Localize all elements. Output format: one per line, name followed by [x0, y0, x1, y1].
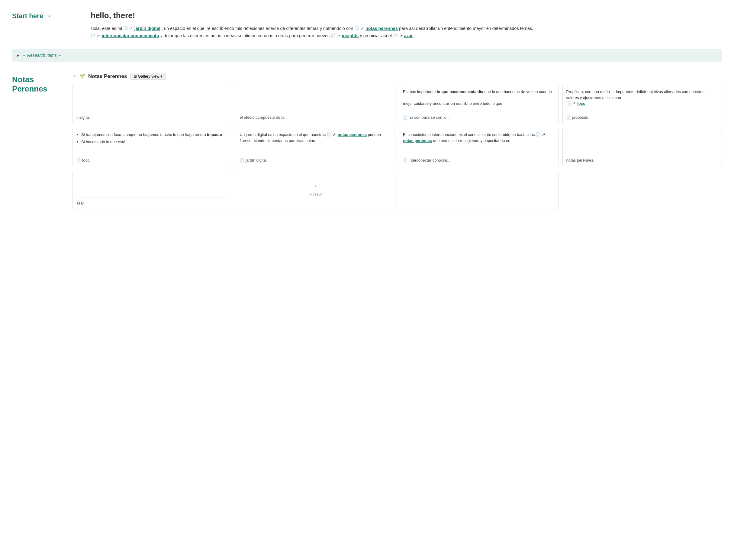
page-icon-interconectar: 📄 ↗	[536, 132, 545, 138]
new-label: + New	[310, 191, 322, 198]
text-static-3: mejor cuidarse y encontrar un equilibrio…	[403, 101, 502, 106]
notas-perennes-link-3[interactable]: notas perennes	[403, 138, 432, 143]
intro-text-3: para así desarrollar un entendimiento ma…	[399, 26, 533, 31]
intro-text-5: y propiciar así el	[360, 33, 392, 38]
card-proposito-content: Propósito, con una razón → importante de…	[566, 89, 718, 107]
intro-text-4: y dejar que las diferentes notas a ideas…	[160, 33, 330, 38]
toggle-icon[interactable]: ▶	[17, 53, 19, 58]
card-no-compararse-title: no compararse con lo...	[409, 114, 450, 121]
intro-paragraph: Hola, este es mi 📄 ↗ jardín digital , un…	[91, 25, 533, 40]
foco-bullet-1: Si trabajamos con foco, aunque no hagamo…	[81, 132, 228, 138]
card-no-compararse-content: Es más importante lo que hacemos cada dí…	[403, 89, 555, 107]
card-foco-title: foco	[82, 157, 90, 163]
notas-header-title: Notas Perennes	[88, 72, 127, 80]
proposito-text: Propósito, con una razón → importante de…	[566, 89, 704, 100]
page-icon-no-compararse: 📄	[403, 115, 407, 120]
card-efecto-footer: el efecto compuesto de la...	[240, 112, 392, 121]
intro-text-1: Hola, este es mi	[91, 26, 122, 31]
page-icon-1: 📄 ↗	[123, 25, 133, 32]
card-notas-perennes-footer: notas perennes...	[566, 155, 718, 163]
card-jardin-digital-title: jardín digital	[246, 157, 267, 163]
notas-perennes-link-2[interactable]: notas perennes	[338, 132, 367, 137]
page-icon-5: 📄 ↗	[393, 33, 402, 39]
research-section: ▶ → Research Items ←	[12, 49, 722, 62]
card-proposito-footer: 📄 propósito	[566, 112, 718, 121]
card-foco-content: Si trabajamos con foco, aunque no hagamo…	[76, 132, 228, 150]
card-notas-perennes-content	[566, 132, 718, 150]
card-insights-content	[76, 89, 228, 107]
notas-header-arrow[interactable]: ↗	[72, 73, 76, 79]
card-notas-perennes[interactable]: notas perennes...	[562, 128, 722, 167]
card-insights-title: insights	[76, 114, 90, 121]
plus-icon: +	[314, 183, 317, 189]
card-azar[interactable]: azar	[72, 171, 232, 210]
notas-section: Notas Perennes ↗ 🌱 Notas Perennes ⊞ Gall…	[12, 72, 722, 210]
card-jardin-digital-content: Un jardín digital es un espacio en el qu…	[240, 132, 392, 150]
page-icon-jardin-footer: 📄	[240, 158, 244, 163]
card-insights[interactable]: insights	[72, 85, 232, 124]
card-foco[interactable]: Si trabajamos con foco, aunque no hagamo…	[72, 128, 232, 167]
card-azar-footer: azar	[76, 198, 228, 206]
foco-link-proposito[interactable]: foco	[577, 101, 585, 106]
intro-text-2: , un espacio en el que iré escribiendo m…	[162, 26, 353, 31]
cards-grid: insights el efecto compuesto de la... Es…	[72, 85, 722, 210]
azar-link[interactable]: azar	[404, 33, 413, 38]
insights-link[interactable]: insights	[342, 33, 359, 38]
interconectar-text-2: que hemos ido recogiendo y depositando e…	[433, 138, 510, 143]
card-jardin-digital-footer: 📄 jardín digital	[240, 155, 392, 163]
card-interconectar-content: El conocimiento interconectado es el con…	[403, 132, 555, 150]
interconectar-text-1: El conocimiento interconectado es el con…	[403, 132, 536, 137]
page-icon-jardin: 📄 ↗	[327, 132, 336, 138]
interconectar-link[interactable]: interconectar conocimiento	[102, 33, 159, 38]
card-efecto-title: el efecto compuesto de la...	[240, 114, 288, 121]
jardin-digital-link[interactable]: jardín digital	[134, 26, 160, 31]
gallery-view-button[interactable]: ⊞ Gallery view ▾	[130, 73, 166, 80]
card-interconectar-title: interconectar conocim...	[409, 157, 450, 163]
research-items-link[interactable]: → Research Items ←	[22, 52, 62, 59]
text-static: Es más importante	[403, 89, 437, 94]
card-new[interactable]: + + New	[236, 171, 396, 210]
card-proposito-title: propósito	[572, 114, 588, 121]
foco-bullet-2: Si haces todo lo que está	[81, 139, 228, 145]
jardin-text-1: Un jardín digital es un espacio en el qu…	[240, 132, 327, 137]
page-icon-proposito-footer: 📄	[566, 115, 571, 120]
page-icon-foco: 📄	[76, 158, 81, 163]
plant-icon: 🌱	[79, 73, 85, 80]
card-azar-title: azar	[76, 200, 84, 206]
card-no-compararse[interactable]: Es más importante lo que hacemos cada dí…	[399, 85, 559, 124]
card-jardin-digital[interactable]: Un jardín digital es un espacio en el qu…	[236, 128, 396, 167]
card-notas-perennes-title: notas perennes...	[566, 157, 597, 163]
gallery-grid-icon: ⊞	[134, 74, 137, 79]
notas-main: ↗ 🌱 Notas Perennes ⊞ Gallery view ▾ insi…	[72, 72, 722, 210]
card-azar-content	[76, 175, 228, 193]
text-bold: lo que hacemos cada día	[437, 89, 483, 94]
page-icon-3: 📄 ↗	[91, 33, 100, 39]
card-efecto[interactable]: el efecto compuesto de la...	[236, 85, 396, 124]
page-icon-proposito: 📄 ↗	[566, 101, 576, 107]
card-empty	[399, 171, 559, 210]
start-here-sidebar: Start here →	[12, 10, 79, 40]
foco-list: Si trabajamos con foco, aunque no hagamo…	[76, 132, 228, 145]
gallery-view-label: Gallery view	[138, 74, 159, 79]
notas-header: ↗ 🌱 Notas Perennes ⊞ Gallery view ▾	[72, 72, 722, 80]
card-interconectar[interactable]: El conocimiento interconectado es el con…	[399, 128, 559, 167]
card-interconectar-footer: 📄 interconectar conocim...	[403, 155, 555, 163]
page-icon-2: 📄 ↗	[354, 25, 364, 32]
page-icon-interconectar-footer: 📄	[403, 158, 407, 163]
page-icon-4: 📄 ↗	[331, 33, 340, 39]
page-title: hello, there!	[91, 10, 533, 21]
notas-perennes-link[interactable]: notas perennes	[365, 26, 398, 31]
card-no-compararse-footer: 📄 no compararse con lo...	[403, 112, 555, 121]
text-static-2: que lo que hacemos de vez en cuando	[485, 89, 552, 94]
card-proposito[interactable]: Propósito, con una razón → importante de…	[562, 85, 722, 124]
intro-content: hello, there! Hola, este es mi 📄 ↗ jardí…	[91, 10, 533, 40]
card-insights-footer: insights	[76, 112, 228, 121]
card-foco-footer: 📄 foco	[76, 155, 228, 163]
top-section: Start here → hello, there! Hola, este es…	[12, 10, 722, 40]
notas-sidebar-title: Notas Perennes	[12, 75, 60, 94]
chevron-down-icon: ▾	[160, 74, 163, 79]
start-here-link[interactable]: Start here →	[12, 11, 79, 21]
card-efecto-content	[240, 89, 392, 107]
notas-sidebar: Notas Perennes	[12, 72, 60, 94]
